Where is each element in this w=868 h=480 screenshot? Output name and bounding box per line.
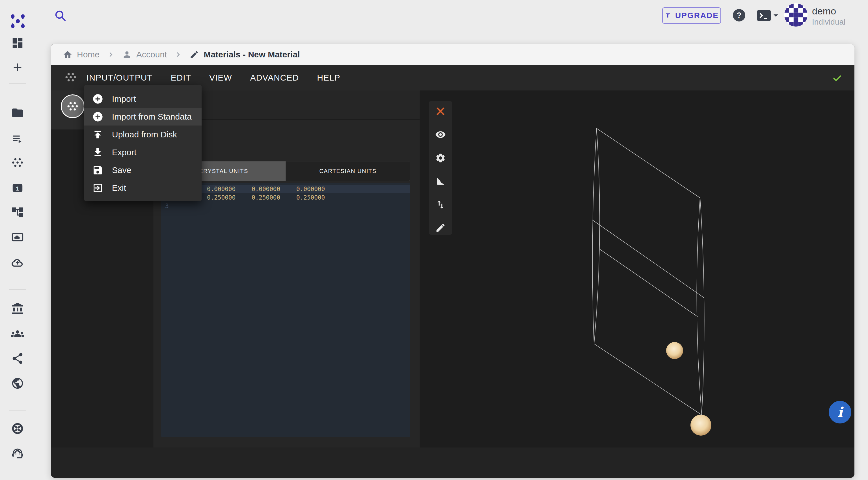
- sidebar-item-gallery[interactable]: [10, 230, 25, 245]
- card-footer: [51, 447, 855, 478]
- chevron-right-icon: [107, 51, 115, 59]
- eye-icon: [435, 129, 446, 140]
- brand-logo[interactable]: [8, 11, 27, 31]
- home-icon: [63, 50, 72, 59]
- coord-value: 0.250000: [252, 194, 280, 201]
- sidebar-item-teams[interactable]: [10, 326, 25, 341]
- upgrade-button[interactable]: UPGRADE: [662, 7, 721, 24]
- wheel-icon: [11, 422, 24, 435]
- menu-item-label: Import from Standata: [112, 112, 192, 122]
- material-dots-icon: [64, 71, 77, 85]
- atom-sphere: [690, 415, 711, 436]
- search-icon[interactable]: [54, 9, 67, 23]
- save-icon: [92, 164, 103, 176]
- sidebar-item-share[interactable]: [10, 351, 25, 366]
- console-menu-button[interactable]: [756, 9, 780, 22]
- close-viewer-button[interactable]: [429, 103, 452, 120]
- menu-item-upload-from-disk[interactable]: Upload from Disk: [84, 126, 202, 143]
- sidebar-item-bank[interactable]: 1: [10, 181, 25, 195]
- breadcrumb-current: Materials - New Material: [189, 50, 300, 59]
- basis-code-editor[interactable]: 0.000000 0.000000 0.000000 0.250000 0.25…: [161, 183, 410, 437]
- menu-item-save[interactable]: Save: [84, 161, 202, 179]
- editor-line-3[interactable]: 3: [161, 202, 410, 210]
- sidebar-item-dashboard[interactable]: [10, 36, 25, 50]
- sidebar-item-explore[interactable]: [10, 421, 25, 436]
- plus-icon: [11, 61, 24, 74]
- set-square-icon: [435, 176, 446, 187]
- sidebar-item-workflows[interactable]: [10, 205, 25, 220]
- sidebar-item-jobs[interactable]: [10, 131, 25, 146]
- sidebar-item-organization[interactable]: [10, 301, 25, 316]
- viewer-toolbar: [429, 101, 452, 235]
- image-cloud-icon: [11, 231, 24, 244]
- bank-icon: [11, 302, 24, 315]
- sidebar-item-support[interactable]: [10, 446, 25, 461]
- upload-icon: [92, 129, 103, 140]
- menu-view[interactable]: VIEW: [209, 73, 232, 83]
- sidebar-item-materials[interactable]: [10, 155, 25, 170]
- tab-cartesian-units[interactable]: CARTESIAN UNITS: [285, 161, 410, 181]
- material-thumbnail[interactable]: [61, 94, 85, 118]
- sidebar-item-projects[interactable]: [10, 105, 25, 120]
- menu-item-label: Save: [112, 165, 131, 175]
- breadcrumb-account-label: Account: [136, 50, 167, 59]
- atom-sphere: [666, 342, 683, 359]
- sidebar-divider: [9, 411, 26, 411]
- menu-item-import[interactable]: Import: [84, 90, 202, 108]
- atoms-dots-icon: [11, 156, 24, 169]
- upgrade-label: UPGRADE: [675, 11, 719, 20]
- menu-item-exit[interactable]: Exit: [84, 179, 202, 197]
- breadcrumb-home[interactable]: Home: [63, 50, 99, 59]
- info-label: i: [837, 404, 842, 420]
- breadcrumb-current-label: Materials - New Material: [204, 50, 300, 59]
- terminal-icon: [756, 9, 780, 22]
- app-root: UPGRADE ? demo Individual 1: [0, 0, 868, 480]
- brand-logo-icon: [8, 11, 27, 31]
- menu-item-label: Export: [112, 148, 136, 157]
- input-output-menu: Import Import from Standata Upload from …: [84, 85, 202, 201]
- breadcrumb: Home Account Materials - New Material: [51, 44, 855, 65]
- saved-check-icon: [832, 73, 842, 84]
- share-icon: [11, 352, 24, 365]
- menu-item-export[interactable]: Export: [84, 143, 202, 161]
- viewer-settings-button[interactable]: [429, 150, 452, 166]
- add-circle-icon: [92, 93, 103, 105]
- svg-text:1: 1: [16, 185, 19, 192]
- sidebar-item-create[interactable]: [10, 60, 25, 75]
- menu-input-output[interactable]: INPUT/OUTPUT: [87, 73, 153, 83]
- menu-help[interactable]: HELP: [317, 73, 340, 83]
- sidebar-divider: [9, 289, 26, 290]
- menu-item-import-from-standata[interactable]: Import from Standata: [84, 108, 202, 126]
- sidebar-item-public[interactable]: [10, 376, 25, 391]
- crystal-wireframe: [420, 91, 855, 447]
- playlist-play-icon: [11, 132, 24, 145]
- sidebar-item-cloud-upload[interactable]: [10, 255, 25, 270]
- chevron-right-icon: [174, 51, 182, 59]
- pencil-icon: [435, 222, 446, 233]
- exit-icon: [92, 182, 103, 194]
- coord-value: 0.250000: [207, 194, 236, 201]
- menu-item-label: Import: [112, 94, 136, 104]
- material-dots-icon: [66, 100, 79, 113]
- sort-axes-button[interactable]: [429, 196, 452, 213]
- measure-button[interactable]: [429, 173, 452, 190]
- help-button[interactable]: ?: [733, 9, 745, 22]
- sidebar-divider: [9, 84, 26, 84]
- avatar-identicon: [784, 3, 807, 27]
- edit-structure-button[interactable]: [429, 219, 452, 236]
- avatar[interactable]: [784, 3, 807, 27]
- info-button[interactable]: i: [829, 401, 851, 423]
- visibility-button[interactable]: [429, 126, 452, 143]
- support-agent-icon: [11, 447, 24, 460]
- import-export-icon: [435, 199, 446, 210]
- viewer-3d[interactable]: i: [420, 91, 855, 447]
- breadcrumb-account[interactable]: Account: [122, 50, 167, 59]
- menu-edit[interactable]: EDIT: [171, 73, 191, 83]
- upload-arrow-icon: [664, 11, 671, 20]
- add-circle-icon: [92, 111, 103, 122]
- download-icon: [92, 147, 103, 158]
- menu-item-label: Exit: [112, 183, 126, 193]
- person-icon: [122, 50, 132, 59]
- menu-advanced[interactable]: ADVANCED: [250, 73, 299, 83]
- folder-icon: [11, 106, 24, 119]
